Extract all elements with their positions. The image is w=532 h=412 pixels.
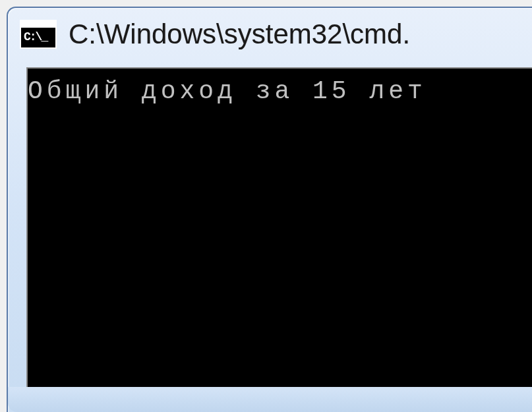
window-frame-bottom <box>8 387 532 412</box>
cmd-window: C:\Windows\system32\cmd. Общий доход за … <box>7 7 532 412</box>
console-output[interactable]: Общий доход за 15 лет <box>26 67 532 387</box>
titlebar[interactable]: C:\Windows\system32\cmd. <box>8 8 532 61</box>
cmd-icon <box>20 20 57 49</box>
window-title: C:\Windows\system32\cmd. <box>69 18 410 50</box>
console-line: Общий доход за 15 лет <box>28 76 532 107</box>
